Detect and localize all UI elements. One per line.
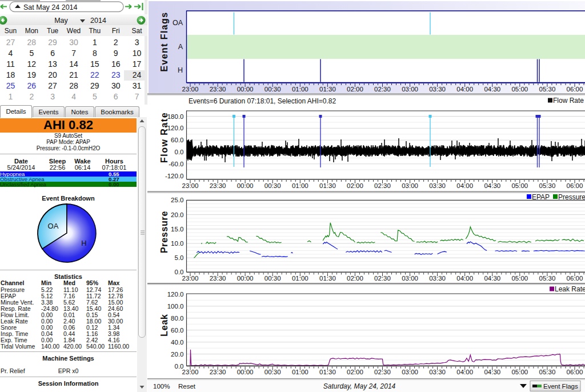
svg-text:23:30: 23:30 [210,86,226,93]
svg-text:04:00: 04:00 [456,182,473,189]
svg-text:Events=6 Duration 07:18:01, Se: Events=6 Duration 07:18:01, Selection AH… [189,97,336,105]
svg-text:01:30: 01:30 [319,182,336,189]
svg-text:Leak Rate: Leak Rate [555,285,585,293]
svg-text:0.0: 0.0 [175,363,184,370]
svg-text:03:00: 03:00 [402,86,418,93]
svg-text:00:00: 00:00 [237,182,254,189]
svg-text:40.0: 40.0 [171,339,183,346]
svg-text:00:00: 00:00 [237,275,254,282]
svg-text:05:30: 05:30 [539,275,556,282]
svg-text:00:30: 00:30 [265,182,281,189]
svg-text:06:00: 06:00 [567,369,583,375]
svg-text:03:30: 03:30 [429,369,446,375]
svg-text:04:30: 04:30 [484,86,500,93]
svg-text:03:00: 03:00 [402,275,418,282]
svg-text:00:30: 00:30 [265,369,281,375]
svg-text:23:00: 23:00 [182,369,199,375]
svg-text:Reset: Reset [178,383,196,390]
svg-text:02:30: 02:30 [374,182,391,189]
svg-text:02:30: 02:30 [374,275,391,282]
svg-text:00:30: 00:30 [265,275,281,282]
svg-text:05:00: 05:00 [511,369,528,375]
svg-text:20.0: 20.0 [171,351,183,358]
svg-text:23:30: 23:30 [210,369,226,375]
svg-text:Event Flags: Event Flags [159,11,169,71]
svg-text:00:30: 00:30 [265,86,281,93]
svg-text:02:30: 02:30 [374,369,391,375]
svg-text:00:00: 00:00 [237,86,254,93]
svg-text:03:00: 03:00 [402,369,418,375]
svg-text:05:00: 05:00 [511,182,528,189]
svg-text:-60.0: -60.0 [169,161,183,167]
svg-text:Pressure: Pressure [159,211,169,253]
svg-text:May: May [54,17,68,25]
svg-text:06:00: 06:00 [567,182,583,189]
svg-text:15.0: 15.0 [171,226,183,233]
svg-text:Leak: Leak [159,314,169,336]
svg-text:180.0: 180.0 [167,113,184,120]
svg-text:10.0: 10.0 [171,240,183,247]
svg-text:23:00: 23:00 [182,86,199,93]
svg-text:01:30: 01:30 [319,369,336,375]
svg-text:04:30: 04:30 [484,369,500,375]
svg-text:120.0: 120.0 [167,291,184,298]
svg-text:02:00: 02:00 [347,86,363,93]
svg-text:05:00: 05:00 [511,86,528,93]
svg-text:OA: OA [48,222,59,230]
svg-text:23:00: 23:00 [182,182,199,189]
svg-text:0.0: 0.0 [175,269,184,275]
svg-text:03:30: 03:30 [429,275,446,282]
svg-text:-120.0: -120.0 [165,173,184,179]
svg-text:02:00: 02:00 [347,275,363,282]
svg-text:H: H [178,66,183,74]
svg-text:01:00: 01:00 [292,369,308,375]
svg-text:60.0: 60.0 [171,327,183,334]
svg-text:60.0: 60.0 [171,137,183,143]
svg-text:80.0: 80.0 [171,315,183,322]
svg-text:04:00: 04:00 [456,369,473,375]
svg-text:03:30: 03:30 [429,182,446,189]
svg-text:04:00: 04:00 [456,275,473,282]
svg-text:Flow Rate: Flow Rate [553,97,584,105]
svg-text:00:00: 00:00 [237,369,254,375]
svg-text:23:30: 23:30 [210,182,226,189]
svg-text:2014: 2014 [90,17,106,25]
svg-text:05:30: 05:30 [539,86,556,93]
svg-text:01:00: 01:00 [292,182,308,189]
svg-text:20.0: 20.0 [171,211,183,218]
svg-text:A: A [178,43,183,51]
svg-text:02:30: 02:30 [374,86,391,93]
svg-text:01:00: 01:00 [292,275,308,282]
svg-text:01:30: 01:30 [319,86,336,93]
svg-text:02:00: 02:00 [347,369,363,375]
svg-text:05:30: 05:30 [539,369,556,375]
svg-text:06:00: 06:00 [567,275,583,282]
svg-text:Pressure: Pressure [558,193,585,201]
svg-text:01:00: 01:00 [292,86,308,93]
svg-text:04:00: 04:00 [456,86,473,93]
svg-text:05:30: 05:30 [539,182,556,189]
svg-text:Sat May 24 2014: Sat May 24 2014 [23,3,78,11]
svg-text:100%: 100% [153,383,170,390]
svg-text:23:00: 23:00 [182,275,199,282]
svg-text:04:30: 04:30 [484,275,500,282]
svg-text:Saturday, May 24, 2014: Saturday, May 24, 2014 [323,382,396,390]
svg-text:01:30: 01:30 [319,275,336,282]
svg-text:5.0: 5.0 [175,254,184,261]
svg-text:120.0: 120.0 [167,125,184,131]
svg-text:03:30: 03:30 [429,86,446,93]
svg-text:OA: OA [173,19,183,27]
svg-text:23:30: 23:30 [210,275,226,282]
svg-text:EPAP: EPAP [532,193,550,201]
svg-text:03:00: 03:00 [402,182,418,189]
svg-text:02:00: 02:00 [347,182,363,189]
svg-text:25.0: 25.0 [171,197,183,203]
svg-text:06:00: 06:00 [567,86,583,93]
svg-text:100.0: 100.0 [167,303,184,310]
svg-text:05:00: 05:00 [511,275,528,282]
svg-text:H: H [81,239,86,247]
svg-text:Event Flags: Event Flags [543,383,578,390]
svg-text:04:30: 04:30 [484,182,500,189]
svg-text:Flow Rate: Flow Rate [159,112,169,163]
svg-text:0.0: 0.0 [175,149,184,155]
